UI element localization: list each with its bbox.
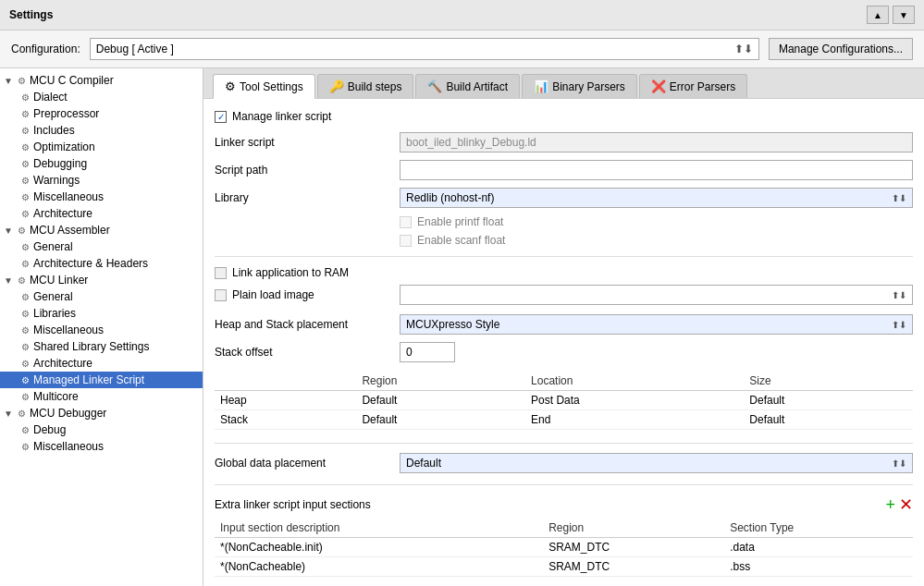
sidebar: ▼ ⚙ MCU C Compiler ⚙ Dialect ⚙ Preproces… <box>0 68 203 586</box>
sidebar-item-general-linker[interactable]: ⚙ General <box>0 288 203 305</box>
config-select[interactable]: Debug [ Active ] ⬆⬇ <box>90 38 759 60</box>
row-stack-name: Stack <box>215 410 356 430</box>
sidebar-item-mcu-c-compiler[interactable]: ▼ ⚙ MCU C Compiler <box>0 72 203 89</box>
library-combo[interactable]: Redlib (nohost-nf) ⬆⬇ <box>400 188 913 208</box>
sidebar-item-miscellaneous-debug[interactable]: ⚙ Miscellaneous <box>0 438 203 455</box>
sidebar-item-libraries[interactable]: ⚙ Libraries <box>0 305 203 322</box>
manage-linker-script-row: ✓ Manage linker script <box>215 110 913 123</box>
sidebar-item-managed-linker-script[interactable]: ⚙ Managed Linker Script <box>0 372 203 388</box>
sidebar-item-shared-lib-settings[interactable]: ⚙ Shared Library Settings <box>0 338 203 355</box>
sidebar-item-label: Architecture & Headers <box>33 257 148 270</box>
arrow-down-btn[interactable]: ▼ <box>893 6 915 24</box>
sidebar-item-mcu-assembler[interactable]: ▼ ⚙ MCU Assembler <box>0 222 203 238</box>
sidebar-item-debug[interactable]: ⚙ Debug <box>0 421 203 438</box>
extra-row-1-section-type: .data <box>724 538 913 557</box>
tab-binary-parsers[interactable]: 📊 Binary Parsers <box>522 74 637 98</box>
preprocessor-icon: ⚙ <box>18 107 31 120</box>
heap-stack-value: MCUXpresso Style <box>406 318 499 331</box>
sidebar-item-label: Shared Library Settings <box>33 340 149 353</box>
scanf-float-checkbox[interactable] <box>400 235 412 247</box>
heap-stack-field: MCUXpresso Style ⬆⬇ <box>400 314 913 335</box>
script-path-row: Script path <box>215 160 913 180</box>
heap-stack-label: Heap and Stack placement <box>215 318 400 331</box>
sidebar-item-label: MCU C Compiler <box>30 74 114 87</box>
printf-float-checkbox[interactable] <box>400 216 412 228</box>
sidebar-item-label: Includes <box>33 124 75 137</box>
extra-row-1-region: SRAM_DTC <box>543 538 724 557</box>
library-field: Redlib (nohost-nf) ⬆⬇ <box>400 188 913 208</box>
window-title: Settings <box>9 8 867 21</box>
sidebar-item-mcu-linker[interactable]: ▼ ⚙ MCU Linker <box>0 272 203 288</box>
tab-build-artifact[interactable]: 🔨 Build Artifact <box>415 74 520 98</box>
heap-stack-combo[interactable]: MCUXpresso Style ⬆⬇ <box>400 314 913 335</box>
plain-load-image-combo[interactable]: ⬆⬇ <box>400 285 913 305</box>
manage-linker-script-label: Manage linker script <box>232 110 331 123</box>
manage-linker-script-checkbox[interactable]: ✓ <box>215 111 227 123</box>
linker-script-field <box>400 132 913 153</box>
sidebar-item-label: Libraries <box>33 307 76 320</box>
config-dropdown-arrow: ⬆⬇ <box>734 43 753 55</box>
title-bar-controls: ▲ ▼ <box>867 6 915 24</box>
title-bar: Settings ▲ ▼ <box>0 0 924 31</box>
row-heap-name: Heap <box>215 391 356 410</box>
sidebar-item-label: General <box>33 240 73 253</box>
sidebar-item-label: Architecture <box>33 357 92 370</box>
multicore-icon: ⚙ <box>18 390 31 403</box>
sidebar-item-label: General <box>33 290 73 303</box>
tool-settings-tab-icon: ⚙ <box>225 79 236 93</box>
heap-stack-table: Region Location Size Heap Default Post D… <box>215 372 913 430</box>
sidebar-item-label: MCU Assembler <box>30 224 110 237</box>
sidebar-item-miscellaneous-linker[interactable]: ⚙ Miscellaneous <box>0 322 203 338</box>
plain-load-image-checkbox[interactable] <box>215 289 227 301</box>
library-combo-arrow: ⬆⬇ <box>892 193 906 203</box>
sidebar-item-mcu-debugger[interactable]: ▼ ⚙ MCU Debugger <box>0 405 203 421</box>
linker-script-input[interactable] <box>400 132 913 153</box>
remove-extra-linker-button[interactable]: ✕ <box>899 496 913 513</box>
sidebar-item-preprocessor[interactable]: ⚙ Preprocessor <box>0 105 203 122</box>
table-row: *(NonCacheable) SRAM_DTC .bss <box>215 557 913 577</box>
sidebar-item-miscellaneous-c[interactable]: ⚙ Miscellaneous <box>0 189 203 205</box>
global-data-combo[interactable]: Default ⬆⬇ <box>400 453 913 473</box>
sidebar-item-debugging[interactable]: ⚙ Debugging <box>0 155 203 172</box>
arrow-icon: ▼ <box>4 409 15 419</box>
shared-lib-icon: ⚙ <box>18 340 31 353</box>
sidebar-item-architecture-linker[interactable]: ⚙ Architecture <box>0 355 203 372</box>
sidebar-item-label: Debug <box>33 423 66 436</box>
sidebar-item-architecture-c[interactable]: ⚙ Architecture <box>0 205 203 222</box>
manage-configurations-button[interactable]: Manage Configurations... <box>769 38 913 60</box>
sidebar-item-label: Miscellaneous <box>33 440 104 453</box>
sidebar-item-label: Dialect <box>33 91 68 104</box>
sidebar-item-general-asm[interactable]: ⚙ General <box>0 238 203 255</box>
sidebar-item-arch-headers[interactable]: ⚙ Architecture & Headers <box>0 255 203 272</box>
printf-float-label: Enable printf float <box>417 215 503 228</box>
arrow-up-btn[interactable]: ▲ <box>867 6 889 24</box>
libraries-icon: ⚙ <box>18 307 31 320</box>
arrow-icon: ▼ <box>4 275 15 286</box>
binary-parsers-tab-icon: 📊 <box>534 79 548 93</box>
tab-build-steps[interactable]: 🔑 Build steps <box>317 74 414 98</box>
table-row: *(NonCacheable.init) SRAM_DTC .data <box>215 538 913 557</box>
sidebar-item-optimization[interactable]: ⚙ Optimization <box>0 139 203 155</box>
tab-error-parsers[interactable]: ❌ Error Parsers <box>639 74 747 98</box>
script-path-input[interactable] <box>400 160 913 180</box>
table-row: Heap Default Post Data Default <box>215 391 913 410</box>
add-extra-linker-button[interactable]: + <box>885 496 895 513</box>
extra-linker-header: Extra linker script input sections + ✕ <box>215 496 913 513</box>
sidebar-item-dialect[interactable]: ⚙ Dialect <box>0 89 203 105</box>
script-path-label: Script path <box>215 164 400 177</box>
sidebar-item-multicore[interactable]: ⚙ Multicore <box>0 388 203 405</box>
row-heap-size: Default <box>744 391 913 410</box>
sidebar-item-includes[interactable]: ⚙ Includes <box>0 122 203 139</box>
arch-headers-icon: ⚙ <box>18 257 31 270</box>
error-parsers-tab-icon: ❌ <box>651 79 666 93</box>
tab-label: Build steps <box>348 80 402 93</box>
stack-offset-input[interactable] <box>400 342 455 362</box>
sidebar-item-warnings[interactable]: ⚙ Warnings <box>0 172 203 189</box>
row-heap-location: Post Data <box>525 391 744 410</box>
content-area: ⚙ Tool Settings 🔑 Build steps 🔨 Build Ar… <box>203 68 924 586</box>
build-steps-tab-icon: 🔑 <box>329 79 344 93</box>
plain-load-image-combo-field: ⬆⬇ <box>400 285 913 305</box>
link-to-ram-checkbox[interactable] <box>215 267 227 279</box>
tab-tool-settings[interactable]: ⚙ Tool Settings <box>213 74 315 99</box>
global-data-arrow: ⬆⬇ <box>892 458 906 469</box>
